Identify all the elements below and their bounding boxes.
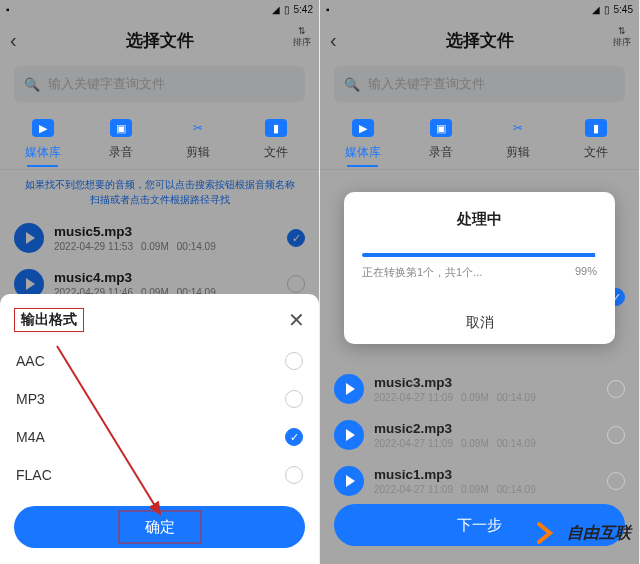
tab-label: 剪辑	[160, 144, 238, 161]
format-option-aac[interactable]: AAC	[14, 342, 305, 380]
tab-media-library[interactable]: ▶ 媒体库	[4, 116, 82, 167]
close-icon[interactable]: ✕	[288, 308, 305, 332]
select-radio[interactable]	[287, 275, 305, 293]
track-row[interactable]: music5.mp3 2022-04-29 11:530.09M00:14.09	[0, 215, 319, 261]
progress-track	[362, 253, 597, 257]
sort-button[interactable]: ⇅ 排序	[613, 26, 631, 49]
sheet-title: 输出格式	[14, 308, 84, 332]
play-icon[interactable]	[334, 420, 364, 450]
category-tabs: ▶ 媒体库 ▣ 录音 ✂ 剪辑 ▮ 文件	[0, 110, 319, 170]
wifi-icon: ◢	[272, 4, 280, 15]
tab-label: 文件	[237, 144, 315, 161]
status-bar: ▪ ◢ ▯ 5:42	[0, 0, 319, 18]
search-placeholder: 输入关键字查询文件	[368, 75, 485, 93]
status-time: 5:42	[294, 4, 313, 15]
back-icon[interactable]: ‹	[330, 29, 337, 52]
processing-dialog: 处理中 正在转换第1个，共1个... 99% 取消	[344, 192, 615, 344]
confirm-button[interactable]: 确定	[14, 506, 305, 548]
watermark-logo-icon	[537, 522, 563, 544]
next-label: 下一步	[457, 516, 502, 535]
back-icon[interactable]: ‹	[10, 29, 17, 52]
option-radio[interactable]	[285, 466, 303, 484]
search-input[interactable]: 🔍 输入关键字查询文件	[14, 66, 305, 102]
status-left-icon: ▪	[326, 4, 330, 15]
track-meta: 2022-04-29 11:530.09M00:14.09	[54, 241, 277, 252]
tab-cut[interactable]: ✂ 剪辑	[480, 116, 558, 167]
select-radio[interactable]	[607, 426, 625, 444]
sort-icon: ⇅	[293, 26, 311, 36]
play-icon[interactable]	[334, 374, 364, 404]
progress-status: 正在转换第1个，共1个...	[362, 265, 482, 280]
tab-recordings[interactable]: ▣ 录音	[402, 116, 480, 167]
format-option-m4a[interactable]: M4A	[14, 418, 305, 456]
select-radio[interactable]	[607, 472, 625, 490]
status-time: 5:45	[614, 4, 633, 15]
battery-icon: ▯	[284, 4, 290, 15]
format-option-flac[interactable]: FLAC	[14, 456, 305, 494]
wallet-icon: ▣	[109, 116, 133, 140]
progress-percent: 99%	[575, 265, 597, 280]
option-label: FLAC	[16, 467, 52, 483]
progress-text: 正在转换第1个，共1个... 99%	[362, 265, 597, 280]
cancel-button[interactable]: 取消	[362, 304, 597, 332]
sort-button[interactable]: ⇅ 排序	[293, 26, 311, 49]
tab-label: 剪辑	[480, 144, 558, 161]
dialog-title: 处理中	[362, 210, 597, 229]
scissors-icon: ✂	[186, 116, 210, 140]
tab-recordings[interactable]: ▣ 录音	[82, 116, 160, 167]
track-info: music2.mp3 2022-04-27 11:090.09M00:14.09	[374, 421, 597, 449]
header: ‹ 选择文件 ⇅ 排序	[0, 18, 319, 62]
option-radio[interactable]	[285, 428, 303, 446]
tab-media-library[interactable]: ▶ 媒体库	[324, 116, 402, 167]
confirm-label: 确定	[145, 518, 175, 537]
status-bar: ▪ ◢ ▯ 5:45	[320, 0, 639, 18]
wallet-icon: ▣	[429, 116, 453, 140]
option-radio[interactable]	[285, 390, 303, 408]
page-title: 选择文件	[446, 29, 514, 52]
track-title: music4.mp3	[54, 270, 277, 285]
track-row[interactable]: music3.mp3 2022-04-27 11:090.09M00:14.09	[320, 366, 639, 412]
tab-cut[interactable]: ✂ 剪辑	[160, 116, 238, 167]
sort-icon: ⇅	[613, 26, 631, 36]
watermark-text: 自由互联	[567, 523, 631, 544]
tab-label: 录音	[82, 144, 160, 161]
tab-label: 文件	[557, 144, 635, 161]
search-input[interactable]: 🔍 输入关键字查询文件	[334, 66, 625, 102]
search-icon: 🔍	[344, 77, 360, 92]
search-placeholder: 输入关键字查询文件	[48, 75, 165, 93]
play-square-icon: ▶	[351, 116, 375, 140]
track-title: music5.mp3	[54, 224, 277, 239]
select-radio[interactable]	[607, 380, 625, 398]
status-left-icon: ▪	[6, 4, 10, 15]
output-format-sheet: 输出格式 ✕ AAC MP3 M4A FLAC 确定	[0, 294, 319, 564]
wifi-icon: ◢	[592, 4, 600, 15]
play-square-icon: ▶	[31, 116, 55, 140]
hint-text: 如果找不到您想要的音频，您可以点击搜索按钮根据音频名称扫描或者点击文件根据路径寻…	[0, 170, 319, 215]
option-radio[interactable]	[285, 352, 303, 370]
option-label: MP3	[16, 391, 45, 407]
tab-files[interactable]: ▮ 文件	[557, 116, 635, 167]
option-label: AAC	[16, 353, 45, 369]
search-icon: 🔍	[24, 77, 40, 92]
format-option-mp3[interactable]: MP3	[14, 380, 305, 418]
select-radio[interactable]	[287, 229, 305, 247]
track-meta: 2022-04-27 11:090.09M00:14.09	[374, 392, 597, 403]
track-info: music1.mp3 2022-04-27 11:090.09M00:14.09	[374, 467, 597, 495]
play-icon[interactable]	[14, 223, 44, 253]
option-label: M4A	[16, 429, 45, 445]
sort-label: 排序	[293, 36, 311, 49]
progress-bar	[362, 253, 595, 257]
track-meta: 2022-04-27 11:090.09M00:14.09	[374, 438, 597, 449]
tab-label: 录音	[402, 144, 480, 161]
track-title: music3.mp3	[374, 375, 597, 390]
category-tabs: ▶ 媒体库 ▣ 录音 ✂ 剪辑 ▮ 文件	[320, 110, 639, 170]
page-title: 选择文件	[126, 29, 194, 52]
track-info: music3.mp3 2022-04-27 11:090.09M00:14.09	[374, 375, 597, 403]
header: ‹ 选择文件 ⇅ 排序	[320, 18, 639, 62]
tab-files[interactable]: ▮ 文件	[237, 116, 315, 167]
track-title: music2.mp3	[374, 421, 597, 436]
track-info: music5.mp3 2022-04-29 11:530.09M00:14.09	[54, 224, 277, 252]
watermark: 自由互联	[537, 522, 631, 544]
track-row[interactable]: music2.mp3 2022-04-27 11:090.09M00:14.09	[320, 412, 639, 458]
phone-left: ▪ ◢ ▯ 5:42 ‹ 选择文件 ⇅ 排序 🔍 输入关键字查询文件 ▶ 媒体库…	[0, 0, 320, 564]
